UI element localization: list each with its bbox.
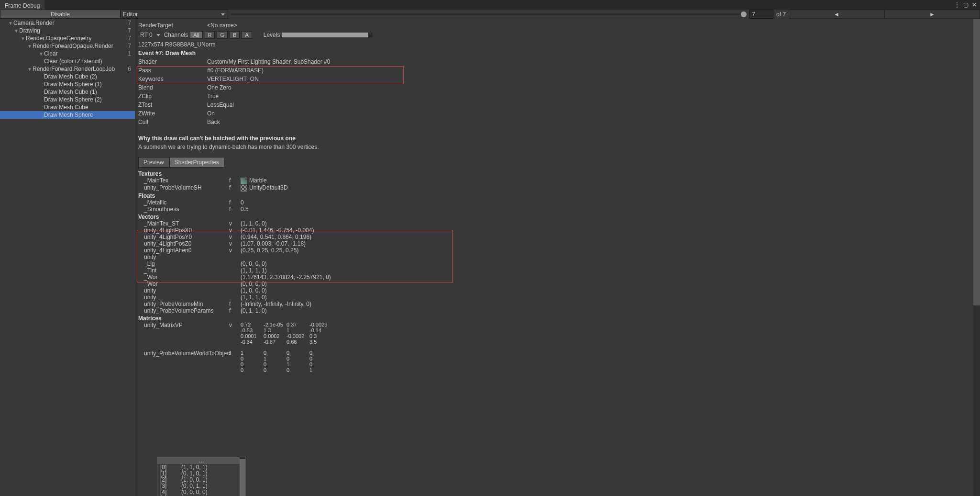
editor-dropdown[interactable]: Editor bbox=[121, 10, 228, 19]
disable-button[interactable]: Disable bbox=[0, 10, 121, 19]
render-target-value: <No name> bbox=[207, 22, 237, 29]
slider-thumb[interactable] bbox=[741, 11, 747, 17]
popup-row: [0](1, 1, 0, 1) bbox=[157, 464, 245, 470]
maximize-icon[interactable]: ▢ bbox=[962, 1, 969, 8]
vector-row: unity bbox=[138, 254, 977, 260]
textures-header: Textures bbox=[138, 170, 977, 177]
tab-shader-properties[interactable]: ShaderProperties bbox=[169, 157, 224, 168]
tree-item[interactable]: ▼Draw Mesh Sphere (2) bbox=[0, 96, 135, 103]
popup-row: [3](0, 0, 1, 1) bbox=[157, 483, 245, 489]
channel-a-button[interactable]: A bbox=[242, 31, 252, 39]
vectors-header: Vectors bbox=[138, 214, 977, 220]
details-panel: RenderTarget <No name> RT 0 Channels All… bbox=[135, 19, 980, 496]
popup-scrollbar[interactable] bbox=[240, 457, 245, 496]
event-prop-row: ZClipTrue bbox=[138, 92, 977, 101]
event-slider[interactable] bbox=[231, 13, 747, 15]
event-prop-row: ZWriteOn bbox=[138, 109, 977, 118]
vector-row: _Lig(0, 0, 0, 0) bbox=[138, 260, 977, 267]
vector-row: unity_ProbeVolumeParamsf(0, 1, 1, 0) bbox=[138, 307, 977, 314]
batch-title: Why this draw call can't be batched with… bbox=[138, 134, 977, 143]
batch-reason: A submesh we are trying to dynamic-batch… bbox=[138, 143, 977, 151]
popup-row: [1](0, 1, 0, 1) bbox=[157, 470, 245, 476]
event-prop-row: ZTestLessEqual bbox=[138, 101, 977, 109]
floats-header: Floats bbox=[138, 192, 977, 199]
levels-slider[interactable] bbox=[282, 33, 373, 37]
tab-frame-debug[interactable]: Frame Debug bbox=[0, 0, 44, 10]
event-prop-row: Pass#0 (FORWARDBASE) bbox=[138, 66, 977, 75]
levels-label: Levels bbox=[264, 32, 280, 38]
tree-item[interactable]: ▼Clear (color+Z+stencil) bbox=[0, 57, 135, 65]
tree-item[interactable]: ▼Camera.Render7 bbox=[0, 19, 135, 27]
event-tree: ▼Camera.Render7▼Drawing7▼Render.OpaqueGe… bbox=[0, 19, 135, 496]
next-event-button[interactable]: ► bbox=[884, 10, 980, 19]
texture-row[interactable]: unity_ProbeVolumeSHfUnityDefault3D bbox=[138, 184, 977, 192]
matrices-header: Matrices bbox=[138, 315, 977, 322]
event-prop-row: KeywordsVERTEXLIGHT_ON bbox=[138, 75, 977, 83]
tree-item[interactable]: ▼RenderForward.RenderLoopJob6 bbox=[0, 65, 135, 73]
tree-item[interactable]: ▼RenderForwardOpaque.Render7 bbox=[0, 42, 135, 50]
event-number-input[interactable] bbox=[749, 10, 773, 19]
channel-all-button[interactable]: All bbox=[190, 31, 202, 39]
tree-item[interactable]: ▼Draw Mesh Sphere bbox=[0, 111, 135, 119]
vector-row: _Wor(1.176143, 2.378824, -2.257921, 0) bbox=[138, 274, 977, 281]
matrix-row: unity_ProbeVolumeWorldToObjectf100001000… bbox=[138, 350, 977, 373]
tree-item[interactable]: ▼Draw Mesh Cube (1) bbox=[0, 88, 135, 96]
resolution-label: 1227x574 R8G8B8A8_UNorm bbox=[138, 40, 977, 49]
popup-row: [2](1, 0, 0, 1) bbox=[157, 476, 245, 483]
rt-dropdown[interactable]: RT 0 bbox=[138, 31, 162, 39]
vector-row: _Wor(0, 0, 0, 0) bbox=[138, 281, 977, 287]
tree-item[interactable]: ▼Render.OpaqueGeometry7 bbox=[0, 34, 135, 42]
event-title: Event #7: Draw Mesh bbox=[138, 49, 977, 57]
event-prop-row: ShaderCustom/My First Lighting Shader, S… bbox=[138, 57, 977, 66]
event-total-label: of 7 bbox=[773, 10, 789, 19]
tree-item[interactable]: ▼Drawing7 bbox=[0, 27, 135, 34]
close-icon[interactable]: ✕ bbox=[970, 1, 978, 8]
popup-header: ... ✕ bbox=[157, 457, 245, 464]
tree-item[interactable]: ▼Draw Mesh Cube (2) bbox=[0, 73, 135, 80]
vector-row: unity_ProbeVolumeMinf(-Infinity, -Infini… bbox=[138, 301, 977, 307]
vector-row: unity(1, 1, 1, 0) bbox=[138, 294, 977, 301]
vector-row: unity_4LightAtten0v(0.25, 0.25, 0.25, 0.… bbox=[138, 247, 977, 254]
render-target-label: RenderTarget bbox=[138, 22, 207, 29]
event-prop-row: BlendOne Zero bbox=[138, 83, 977, 92]
vector-row: _MainTex_STv(1, 1, 0, 0) bbox=[138, 220, 977, 227]
channel-r-button[interactable]: R bbox=[205, 31, 215, 39]
details-scrollbar[interactable] bbox=[973, 19, 980, 496]
prev-event-button[interactable]: ◄ bbox=[789, 10, 884, 19]
tree-item[interactable]: ▼Clear1 bbox=[0, 50, 135, 57]
channel-b-button[interactable]: B bbox=[230, 31, 240, 39]
tab-preview[interactable]: Preview bbox=[138, 157, 169, 168]
vector-row: unity_4LightPosY0v(0.944, 0.541, 0.864, … bbox=[138, 234, 977, 240]
vector-row: unity(1, 0, 0, 0) bbox=[138, 287, 977, 294]
tree-item[interactable]: ▼Draw Mesh Cube bbox=[0, 103, 135, 111]
vector-row: unity_4LightPosX0v(-0.01, 1.446, -0.754,… bbox=[138, 227, 977, 234]
vector-row: unity_4LightPosZ0v(1.07, 0.003, -0.07, -… bbox=[138, 240, 977, 247]
float-row: _Metallicf0 bbox=[138, 199, 977, 206]
vector-row: _Tint(1, 1, 1, 1) bbox=[138, 267, 977, 274]
texture-row[interactable]: _MainTexfMarble bbox=[138, 177, 977, 184]
matrix-row: unity_MatrixVPv0.72-2.1e-050.37-0.0029-0… bbox=[138, 322, 977, 345]
menu-icon[interactable]: ⋮ bbox=[953, 1, 961, 8]
array-popup: ... ✕ [0](1, 1, 0, 1)[1](0, 1, 0, 1)[2](… bbox=[157, 457, 246, 496]
popup-row: [4](0, 0, 0, 0) bbox=[157, 489, 245, 495]
channel-g-button[interactable]: G bbox=[217, 31, 228, 39]
event-prop-row: CullBack bbox=[138, 118, 977, 126]
channels-label: Channels bbox=[164, 32, 188, 38]
tree-item[interactable]: ▼Draw Mesh Sphere (1) bbox=[0, 80, 135, 88]
float-row: _Smoothnessf0.5 bbox=[138, 206, 977, 213]
